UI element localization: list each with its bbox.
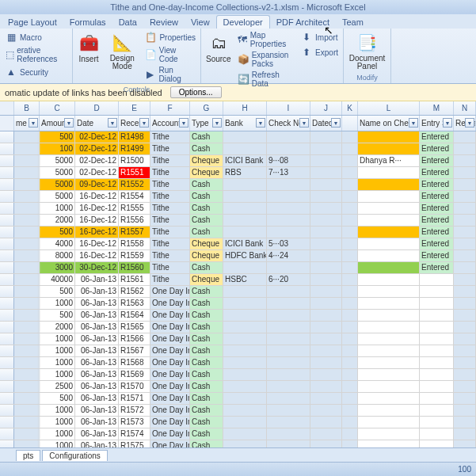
cell-receipt[interactable]: R1563 <box>119 298 150 309</box>
cell-checkno[interactable]: 9···08 <box>267 155 310 166</box>
import-button[interactable]: ⬇Import <box>299 30 340 44</box>
cell-type[interactable]: Cheque <box>190 167 223 178</box>
cell-name[interactable] <box>14 203 40 214</box>
row-header[interactable] <box>0 333 14 345</box>
cell-name-on-check[interactable] <box>358 298 420 309</box>
ribbon-tab-page-layout[interactable]: Page Layout <box>2 16 63 29</box>
cell-name[interactable] <box>14 369 40 380</box>
cell-account[interactable]: Tithe <box>150 191 190 202</box>
cell-amount[interactable]: 1000 <box>40 333 75 345</box>
cell-date[interactable]: 06-Jan-13 <box>75 333 119 345</box>
cell-entry-status[interactable]: Entered <box>420 215 454 226</box>
filter-header-Check No[interactable]: Check No▼ <box>267 116 310 131</box>
cell-amount[interactable]: 500 <box>40 286 75 297</box>
column-header-N[interactable]: N <box>454 101 476 115</box>
cell-account[interactable]: Tithe <box>150 250 190 261</box>
row-header[interactable] <box>0 274 14 285</box>
cell-name[interactable] <box>14 227 40 238</box>
ribbon-tab-developer[interactable]: Developer <box>216 15 270 29</box>
cell-k[interactable] <box>342 357 358 368</box>
filter-header-Name on Check[interactable]: Name on Check▼ <box>358 116 420 131</box>
refresh-data-button[interactable]: 🔄Refresh Data <box>236 70 295 89</box>
cell-checkno[interactable] <box>267 227 310 238</box>
cell-dated[interactable] <box>310 179 342 190</box>
filter-dropdown-icon[interactable]: ▼ <box>443 118 452 128</box>
cell-account[interactable]: Tithe <box>150 131 190 143</box>
cell-dated[interactable] <box>310 131 342 143</box>
cell-amount[interactable]: 1000 <box>40 298 75 309</box>
column-header-H[interactable]: H <box>223 101 267 115</box>
cell-checkno[interactable]: 5···03 <box>267 238 310 249</box>
cell-name[interactable] <box>14 286 40 297</box>
cell-name[interactable] <box>14 167 40 178</box>
cell-bank[interactable] <box>223 381 267 392</box>
cell-checkno[interactable] <box>267 381 310 392</box>
column-header-J[interactable]: J <box>310 101 342 115</box>
row-header[interactable] <box>0 298 14 309</box>
cell-date[interactable]: 06-Jan-13 <box>75 345 119 356</box>
cell-account[interactable]: One Day Inc <box>150 286 190 297</box>
cell-entry-status[interactable] <box>420 298 454 309</box>
filter-header-Dated[interactable]: Dated▼ <box>310 116 342 131</box>
cell-checkno[interactable] <box>267 357 310 368</box>
column-header-G[interactable]: G <box>190 101 223 115</box>
cell-type[interactable]: Cash <box>190 191 223 202</box>
cell-name[interactable] <box>14 238 40 249</box>
cell-k[interactable] <box>342 203 358 214</box>
cell-name[interactable] <box>14 322 40 333</box>
cell-date[interactable]: 30-Dec-12 <box>75 262 119 273</box>
cell-remark[interactable] <box>454 131 476 143</box>
macro-button[interactable]: ▦Macro <box>3 30 69 44</box>
cell-remark[interactable] <box>454 167 476 178</box>
cell-k[interactable] <box>342 322 358 333</box>
cell-bank[interactable] <box>223 191 267 202</box>
cell-date[interactable]: 06-Jan-13 <box>75 405 119 416</box>
cell-entry-status[interactable]: Entered <box>420 262 454 273</box>
cell-amount[interactable]: 4000 <box>40 238 75 249</box>
cell-entry-status[interactable] <box>420 274 454 285</box>
cell-k[interactable] <box>342 369 358 380</box>
cell-receipt[interactable]: R1571 <box>119 393 150 404</box>
cell-account[interactable]: One Day Inc <box>150 417 190 428</box>
cell-date[interactable]: 06-Jan-13 <box>75 417 119 428</box>
cell-checkno[interactable] <box>267 262 310 273</box>
cell-bank[interactable] <box>223 345 267 356</box>
cell-remark[interactable] <box>454 345 476 356</box>
filter-dropdown-icon[interactable]: ▼ <box>212 118 222 128</box>
row-header[interactable] <box>0 322 14 333</box>
cell-date[interactable]: 02-Dec-12 <box>75 167 119 178</box>
properties-button[interactable]: 📋Properties <box>143 30 197 44</box>
cell-k[interactable] <box>342 262 358 273</box>
cell-entry-status[interactable]: Entered <box>420 131 454 143</box>
cell-amount[interactable]: 2500 <box>40 381 75 392</box>
filter-dropdown-icon[interactable]: ▼ <box>64 118 74 128</box>
filter-dropdown-icon[interactable]: ▼ <box>465 118 474 128</box>
cell-k[interactable] <box>342 417 358 428</box>
cell-amount[interactable]: 5000 <box>40 167 75 178</box>
column-header-L[interactable]: L <box>358 101 420 115</box>
filter-header-me[interactable]: me▼ <box>14 116 40 131</box>
cell-type[interactable]: Cash <box>190 322 223 333</box>
cell-name-on-check[interactable]: Dhanya R··· <box>358 155 420 166</box>
row-header[interactable] <box>0 369 14 380</box>
cell-type[interactable]: Cash <box>190 393 223 404</box>
cell-checkno[interactable] <box>267 286 310 297</box>
cell-account[interactable]: One Day Inc <box>150 393 190 404</box>
column-header-E[interactable]: E <box>119 101 150 115</box>
cell-bank[interactable]: ICICI Bank <box>223 238 267 249</box>
cell-amount[interactable]: 5000 <box>40 179 75 190</box>
cell-k[interactable] <box>342 191 358 202</box>
cell-name[interactable] <box>14 333 40 345</box>
cell-dated[interactable] <box>310 428 342 440</box>
cell-bank[interactable] <box>223 131 267 143</box>
design-mode-button[interactable]: 📐Design Mode <box>105 30 139 84</box>
column-header-C[interactable]: C <box>40 101 75 115</box>
cell-remark[interactable] <box>454 357 476 368</box>
cell-name[interactable] <box>14 298 40 309</box>
cell-receipt[interactable]: R1499 <box>119 143 150 154</box>
cell-dated[interactable] <box>310 262 342 273</box>
cell-type[interactable]: Cash <box>190 179 223 190</box>
filter-dropdown-icon[interactable]: ▼ <box>179 118 188 128</box>
cell-type[interactable]: Cash <box>190 333 223 345</box>
cell-account[interactable]: One Day Inc <box>150 322 190 333</box>
